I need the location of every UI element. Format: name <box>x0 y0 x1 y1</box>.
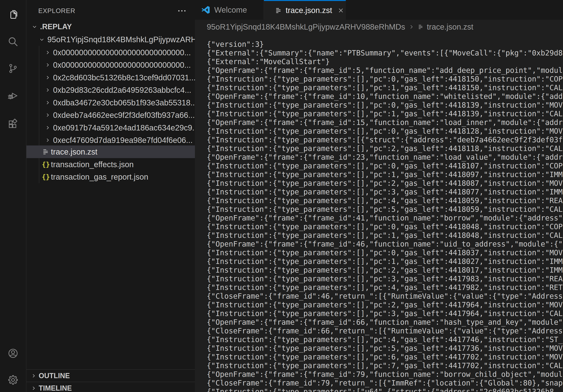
chevron-right-icon <box>408 24 414 30</box>
editor-tab-bar: Welcometrace.json.zst <box>195 0 563 20</box>
tree-item-folder[interactable]: .REPLAY <box>26 20 195 33</box>
code-line: {"Instruction":{"type_parameters":[],"pc… <box>207 231 563 240</box>
code-line: {"Instruction":{"type_parameters":[],"pc… <box>207 257 563 266</box>
more-actions-icon[interactable] <box>177 6 187 16</box>
json-icon: {} <box>42 173 49 181</box>
code-line: {"CloseFrame":{"frame_id":66,"return_":[… <box>207 327 563 335</box>
code-line: {"Instruction":{"type_parameters":[],"pc… <box>207 222 563 231</box>
chevron-right-icon <box>45 87 50 93</box>
code-line: {"Instruction":{"type_parameters":[],"pc… <box>207 188 563 196</box>
doc-icon <box>275 7 282 14</box>
files-icon[interactable] <box>7 9 19 20</box>
code-line: {"OpenFrame":{"frame":{"frame_id":66,"fu… <box>207 318 563 327</box>
chevron-right-icon <box>31 385 36 391</box>
code-line: {"Instruction":{"type_parameters":[],"pc… <box>207 353 563 361</box>
breadcrumb-folder[interactable]: 95oR1YipjSnqd18K4BMshkLgPijypwzARHV988eR… <box>207 23 405 31</box>
code-line: {"Instruction":{"type_parameters":[],"pc… <box>207 101 563 110</box>
code-line: {"External":"MoveCallStart"} <box>207 57 563 66</box>
chevron-right-icon <box>45 75 50 80</box>
code-line: {"Instruction":{"type_parameters":[],"pc… <box>207 248 563 257</box>
code-line: {"Instruction":{"type_parameters":["u64"… <box>207 387 563 392</box>
tree-item-file[interactable]: {}transaction_gas_report.json <box>26 170 195 183</box>
tab-welcome[interactable]: Welcome <box>195 0 264 20</box>
chevron-right-icon <box>45 112 50 118</box>
chevron-right-icon <box>45 137 50 143</box>
code-line: {"Instruction":{"type_parameters":[],"pc… <box>207 127 563 136</box>
chevron-down-icon <box>39 37 45 42</box>
search-icon[interactable] <box>7 36 19 47</box>
chevron-right-icon <box>45 50 50 55</box>
panel-label: OUTLINE <box>39 372 70 380</box>
tree-item-folder[interactable]: 0xdeeb7a4662eec9f2f3def03fb937a66... <box>26 109 195 121</box>
tree-item-label: 0x2c8d603bc51326b8c13cef9dd07031... <box>53 73 195 82</box>
breadcrumb-file[interactable]: trace.json.zst <box>427 23 473 31</box>
tree-item-folder[interactable]: 0xecf47609d7da919ea98e7fd04f6e06... <box>26 134 195 146</box>
tree-item-label: 0xdeeb7a4662eec9f2f3def03fb937a66... <box>53 111 195 120</box>
code-line: {"OpenFrame":{"frame":{"frame_id":23,"fu… <box>207 153 563 162</box>
chevron-right-icon <box>45 125 50 131</box>
code-line: {"Instruction":{"type_parameters":[],"pc… <box>207 309 563 318</box>
code-line: {"Instruction":{"type_parameters":[],"pc… <box>207 335 563 344</box>
panel-header-outline[interactable]: OUTLINE <box>26 369 195 382</box>
panel-label: TIMELINE <box>39 384 72 392</box>
tree-item-label: 0xdba34672e30cb065b1f93e3ab55318... <box>53 98 195 107</box>
tree-item-label: transaction_gas_report.json <box>51 172 148 181</box>
source-control-icon[interactable] <box>7 63 19 74</box>
tree-item-file[interactable]: {}transaction_effects.json <box>26 158 195 171</box>
panel-header-timeline[interactable]: TIMELINE <box>26 382 195 392</box>
tree-item-label: 0x0000000000000000000000000000... <box>53 61 191 69</box>
code-line: {"Instruction":{"type_parameters":[],"pc… <box>207 274 563 283</box>
editor-content[interactable]: {"version":3}{"External":{"Summary":{"na… <box>207 40 563 392</box>
tree-item-folder[interactable]: 95oR1YipjSnqd18K4BMshkLgPijypwzARH... <box>26 33 195 46</box>
sidebar-title: EXPLORER <box>38 7 75 15</box>
tree-item-label: 0xb29d83c26cdd2a64959263abbcfc4... <box>53 86 191 94</box>
tree-item-folder[interactable]: 0xb29d83c26cdd2a64959263abbcfc4... <box>26 84 195 96</box>
code-line: {"External":{"Summary":{"name":"PTBSumma… <box>207 49 563 57</box>
code-line: {"OpenFrame":{"frame":{"frame_id":5,"fun… <box>207 66 563 75</box>
explorer-sidebar: EXPLORER .REPLAY95oR1YipjSnqd18K4BMshkLg… <box>26 0 195 392</box>
tree-item-label: transaction_effects.json <box>51 160 134 169</box>
tree-item-folder[interactable]: 0xdba34672e30cb065b1f93e3ab55318... <box>26 96 195 109</box>
chevron-right-icon <box>31 373 36 379</box>
code-line: {"Instruction":{"type_parameters":[],"pc… <box>207 83 563 92</box>
settings-gear-icon[interactable] <box>7 374 19 386</box>
tree-item-folder[interactable]: 0x0000000000000000000000000000... <box>26 46 195 59</box>
code-line: {"Instruction":{"type_parameters":[],"pc… <box>207 205 563 214</box>
json-icon: {} <box>42 161 49 168</box>
code-line: {"Instruction":{"type_parameters":[],"pc… <box>207 179 563 188</box>
vscode-window: EXPLORER .REPLAY95oR1YipjSnqd18K4BMshkLg… <box>0 0 563 392</box>
tab-label: Welcome <box>214 6 247 14</box>
vscode-logo-icon <box>201 5 211 15</box>
code-line: {"Instruction":{"type_parameters":[],"pc… <box>207 110 563 118</box>
tree-item-folder[interactable]: 0x2c8d603bc51326b8c13cef9dd07031... <box>26 71 195 84</box>
code-line: {"Instruction":{"type_parameters":[],"pc… <box>207 361 563 370</box>
tree-item-label: trace.json.zst <box>51 147 97 156</box>
extensions-icon[interactable] <box>7 118 19 130</box>
close-icon[interactable] <box>337 7 345 14</box>
tree-item-folder[interactable]: 0x0000000000000000000000000000... <box>26 59 195 71</box>
code-line: {"Instruction":{"type_parameters":[],"pc… <box>207 162 563 170</box>
code-line: {"Instruction":{"type_parameters":[],"pc… <box>207 170 563 179</box>
code-line: {"Instruction":{"type_parameters":[],"pc… <box>207 301 563 309</box>
tree-item-file[interactable]: trace.json.zst <box>26 145 195 158</box>
activity-bar <box>0 0 26 392</box>
run-debug-icon[interactable] <box>7 90 19 102</box>
file-icon <box>417 24 424 30</box>
tab-trace-json-zst[interactable]: trace.json.zst <box>264 0 346 20</box>
breadcrumb: 95oR1YipjSnqd18K4BMshkLgPijypwzARHV988eR… <box>195 20 563 34</box>
code-line: {"OpenFrame":{"frame":{"frame_id":41,"fu… <box>207 214 563 222</box>
doc-icon <box>42 148 49 156</box>
account-icon[interactable] <box>7 348 19 359</box>
tree-item-label: 0xecf47609d7da919ea98e7fd04f6e06... <box>53 136 192 145</box>
tab-label: trace.json.zst <box>286 6 332 15</box>
code-line: {"version":3} <box>207 40 563 49</box>
tree-item-folder[interactable]: 0xe0917b74a5912e4ad186ac634e29c9... <box>26 121 195 134</box>
tree-item-label: 95oR1YipjSnqd18K4BMshkLgPijypwzARH... <box>47 35 195 44</box>
code-line: {"Instruction":{"type_parameters":[],"pc… <box>207 266 563 274</box>
code-line: {"Instruction":{"type_parameters":[],"pc… <box>207 283 563 292</box>
code-line: {"Instruction":{"type_parameters":[],"pc… <box>207 75 563 83</box>
code-line: {"Instruction":{"type_parameters":[],"pc… <box>207 344 563 353</box>
code-line: {"OpenFrame":{"frame":{"frame_id":79,"fu… <box>207 370 563 379</box>
sidebar-header: EXPLORER <box>26 6 195 16</box>
code-line: {"OpenFrame":{"frame":{"frame_id":10,"fu… <box>207 92 563 101</box>
